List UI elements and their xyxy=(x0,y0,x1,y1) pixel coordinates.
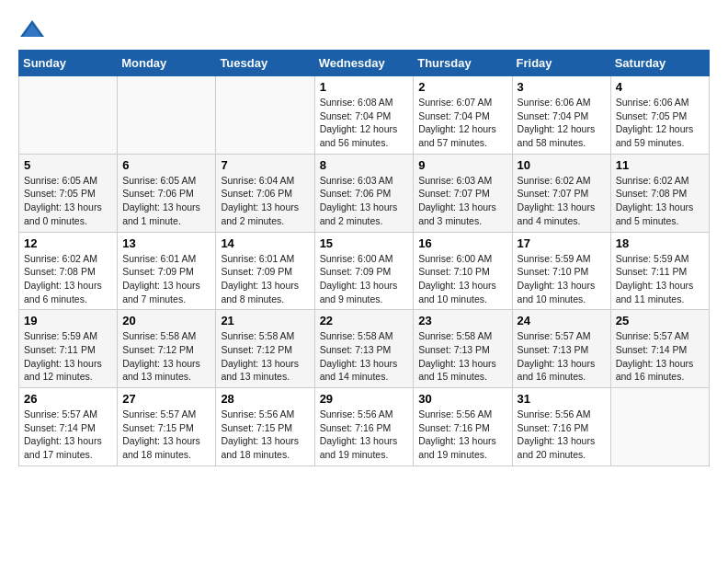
calendar-cell: 11Sunrise: 6:02 AMSunset: 7:08 PMDayligh… xyxy=(610,154,709,232)
day-info: Sunrise: 5:58 AMSunset: 7:12 PMDaylight:… xyxy=(122,329,210,384)
day-info: Sunrise: 5:57 AMSunset: 7:13 PMDaylight:… xyxy=(518,329,606,384)
day-info: Sunrise: 6:02 AMSunset: 7:07 PMDaylight:… xyxy=(518,174,606,228)
calendar-cell xyxy=(118,76,216,155)
calendar-cell: 29Sunrise: 5:56 AMSunset: 7:16 PMDayligh… xyxy=(314,388,414,466)
day-info: Sunrise: 6:05 AMSunset: 7:06 PMDaylight:… xyxy=(122,174,210,228)
day-number: 8 xyxy=(320,158,409,172)
day-info: Sunrise: 6:02 AMSunset: 7:08 PMDaylight:… xyxy=(24,252,112,306)
calendar-week-1: 1Sunrise: 6:08 AMSunset: 7:04 PMDaylight… xyxy=(19,76,710,155)
calendar-week-4: 19Sunrise: 5:59 AMSunset: 7:11 PMDayligh… xyxy=(19,310,710,388)
logo-icon xyxy=(18,18,46,40)
calendar-cell: 23Sunrise: 5:58 AMSunset: 7:13 PMDayligh… xyxy=(414,310,512,388)
day-info: Sunrise: 6:01 AMSunset: 7:09 PMDaylight:… xyxy=(221,252,309,306)
day-number: 15 xyxy=(320,236,409,250)
day-number: 20 xyxy=(122,314,210,327)
calendar-cell: 1Sunrise: 6:08 AMSunset: 7:04 PMDaylight… xyxy=(314,76,414,155)
day-number: 10 xyxy=(518,158,606,172)
day-info: Sunrise: 5:58 AMSunset: 7:13 PMDaylight:… xyxy=(418,329,506,384)
calendar-table: SundayMondayTuesdayWednesdayThursdayFrid… xyxy=(18,50,710,466)
day-number: 3 xyxy=(518,80,606,94)
day-number: 24 xyxy=(518,314,606,327)
day-info: Sunrise: 6:08 AMSunset: 7:04 PMDaylight:… xyxy=(320,96,409,150)
day-info: Sunrise: 6:03 AMSunset: 7:07 PMDaylight:… xyxy=(418,174,506,228)
calendar-cell: 8Sunrise: 6:03 AMSunset: 7:06 PMDaylight… xyxy=(314,154,414,232)
day-info: Sunrise: 5:56 AMSunset: 7:16 PMDaylight:… xyxy=(320,408,409,462)
day-info: Sunrise: 6:05 AMSunset: 7:05 PMDaylight:… xyxy=(24,174,112,228)
calendar-cell: 20Sunrise: 5:58 AMSunset: 7:12 PMDayligh… xyxy=(118,310,216,388)
weekday-header-friday: Friday xyxy=(512,51,610,76)
calendar-cell: 15Sunrise: 6:00 AMSunset: 7:09 PMDayligh… xyxy=(314,232,414,310)
day-info: Sunrise: 6:01 AMSunset: 7:09 PMDaylight:… xyxy=(122,252,210,306)
day-info: Sunrise: 5:57 AMSunset: 7:15 PMDaylight:… xyxy=(122,408,210,462)
day-info: Sunrise: 6:00 AMSunset: 7:09 PMDaylight:… xyxy=(320,252,409,306)
calendar-cell: 3Sunrise: 6:06 AMSunset: 7:04 PMDaylight… xyxy=(512,76,610,155)
calendar-cell: 17Sunrise: 5:59 AMSunset: 7:10 PMDayligh… xyxy=(512,232,610,310)
calendar-cell xyxy=(19,76,118,155)
calendar-cell: 21Sunrise: 5:58 AMSunset: 7:12 PMDayligh… xyxy=(216,310,314,388)
weekday-header-tuesday: Tuesday xyxy=(216,51,314,76)
day-number: 12 xyxy=(24,236,112,250)
day-info: Sunrise: 6:07 AMSunset: 7:04 PMDaylight:… xyxy=(418,96,506,150)
calendar-cell: 4Sunrise: 6:06 AMSunset: 7:05 PMDaylight… xyxy=(610,76,709,155)
day-info: Sunrise: 5:59 AMSunset: 7:10 PMDaylight:… xyxy=(518,252,606,306)
weekday-header-sunday: Sunday xyxy=(19,51,118,76)
day-number: 28 xyxy=(221,392,309,406)
day-number: 22 xyxy=(320,314,409,327)
day-number: 1 xyxy=(320,80,409,94)
calendar-cell: 30Sunrise: 5:56 AMSunset: 7:16 PMDayligh… xyxy=(414,388,512,466)
calendar-cell: 25Sunrise: 5:57 AMSunset: 7:14 PMDayligh… xyxy=(610,310,709,388)
day-info: Sunrise: 6:06 AMSunset: 7:04 PMDaylight:… xyxy=(518,96,606,150)
day-number: 26 xyxy=(24,392,112,406)
day-info: Sunrise: 5:56 AMSunset: 7:16 PMDaylight:… xyxy=(418,408,506,462)
day-info: Sunrise: 5:59 AMSunset: 7:11 PMDaylight:… xyxy=(616,252,704,306)
calendar-cell: 18Sunrise: 5:59 AMSunset: 7:11 PMDayligh… xyxy=(610,232,709,310)
calendar-cell: 19Sunrise: 5:59 AMSunset: 7:11 PMDayligh… xyxy=(19,310,118,388)
day-number: 31 xyxy=(518,392,606,406)
day-number: 5 xyxy=(24,158,112,172)
day-number: 29 xyxy=(320,392,409,406)
calendar-cell: 22Sunrise: 5:58 AMSunset: 7:13 PMDayligh… xyxy=(314,310,414,388)
logo xyxy=(18,18,50,40)
day-info: Sunrise: 6:00 AMSunset: 7:10 PMDaylight:… xyxy=(418,252,506,306)
calendar-cell: 14Sunrise: 6:01 AMSunset: 7:09 PMDayligh… xyxy=(216,232,314,310)
day-number: 18 xyxy=(616,236,704,250)
day-number: 30 xyxy=(418,392,506,406)
weekday-header-wednesday: Wednesday xyxy=(314,51,414,76)
calendar-cell xyxy=(216,76,314,155)
day-number: 19 xyxy=(24,314,112,327)
calendar-week-2: 5Sunrise: 6:05 AMSunset: 7:05 PMDaylight… xyxy=(19,154,710,232)
day-number: 17 xyxy=(518,236,606,250)
calendar-cell: 2Sunrise: 6:07 AMSunset: 7:04 PMDaylight… xyxy=(414,76,512,155)
weekday-header-saturday: Saturday xyxy=(610,51,709,76)
day-info: Sunrise: 6:02 AMSunset: 7:08 PMDaylight:… xyxy=(616,174,704,228)
day-info: Sunrise: 6:06 AMSunset: 7:05 PMDaylight:… xyxy=(616,96,704,150)
calendar-cell: 13Sunrise: 6:01 AMSunset: 7:09 PMDayligh… xyxy=(118,232,216,310)
day-number: 14 xyxy=(221,236,309,250)
day-number: 2 xyxy=(418,80,506,94)
day-info: Sunrise: 5:57 AMSunset: 7:14 PMDaylight:… xyxy=(616,329,704,384)
calendar-cell: 10Sunrise: 6:02 AMSunset: 7:07 PMDayligh… xyxy=(512,154,610,232)
calendar-cell: 24Sunrise: 5:57 AMSunset: 7:13 PMDayligh… xyxy=(512,310,610,388)
calendar-cell: 27Sunrise: 5:57 AMSunset: 7:15 PMDayligh… xyxy=(118,388,216,466)
day-number: 16 xyxy=(418,236,506,250)
day-number: 21 xyxy=(221,314,309,327)
day-number: 11 xyxy=(616,158,704,172)
calendar-week-3: 12Sunrise: 6:02 AMSunset: 7:08 PMDayligh… xyxy=(19,232,710,310)
day-number: 7 xyxy=(221,158,309,172)
day-number: 6 xyxy=(122,158,210,172)
day-info: Sunrise: 5:59 AMSunset: 7:11 PMDaylight:… xyxy=(24,329,112,384)
day-number: 13 xyxy=(122,236,210,250)
calendar-cell: 16Sunrise: 6:00 AMSunset: 7:10 PMDayligh… xyxy=(414,232,512,310)
page-header xyxy=(18,18,710,40)
day-info: Sunrise: 5:56 AMSunset: 7:15 PMDaylight:… xyxy=(221,408,309,462)
day-info: Sunrise: 5:57 AMSunset: 7:14 PMDaylight:… xyxy=(24,408,112,462)
day-number: 27 xyxy=(122,392,210,406)
weekday-header-thursday: Thursday xyxy=(414,51,512,76)
calendar-cell: 28Sunrise: 5:56 AMSunset: 7:15 PMDayligh… xyxy=(216,388,314,466)
calendar-cell: 26Sunrise: 5:57 AMSunset: 7:14 PMDayligh… xyxy=(19,388,118,466)
day-number: 25 xyxy=(616,314,704,327)
calendar-week-5: 26Sunrise: 5:57 AMSunset: 7:14 PMDayligh… xyxy=(19,388,710,466)
calendar-cell: 31Sunrise: 5:56 AMSunset: 7:16 PMDayligh… xyxy=(512,388,610,466)
calendar-cell xyxy=(610,388,709,466)
weekday-header-monday: Monday xyxy=(118,51,216,76)
